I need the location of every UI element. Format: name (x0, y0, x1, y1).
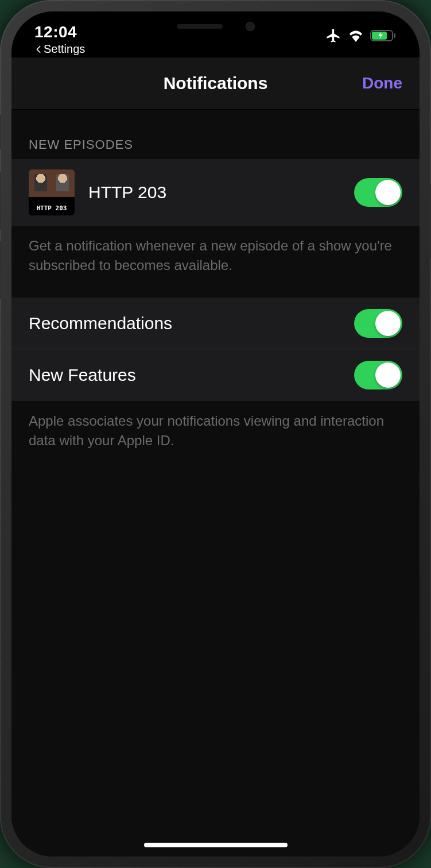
thumbnail-caption: HTTP 203 (29, 203, 75, 213)
toggle-new-features[interactable] (354, 361, 402, 389)
show-row-http203: HTTP 203 HTTP 203 (11, 159, 420, 226)
back-label: Settings (44, 43, 85, 56)
battery-charging-icon (370, 29, 397, 42)
notch (127, 11, 305, 41)
label-new-features: New Features (29, 365, 354, 385)
screen: 12:04 Settings (11, 11, 420, 857)
section-footer-general: Apple associates your notifications view… (11, 401, 420, 473)
status-time: 12:04 (34, 23, 85, 41)
show-title: HTTP 203 (88, 183, 354, 202)
nav-bar: Notifications Done (11, 57, 420, 110)
page-title: Notifications (164, 74, 268, 93)
back-to-settings[interactable]: Settings (34, 43, 85, 56)
settings-scroll[interactable]: NEW EPISODES HTTP 203 HTTP 203 Get a not… (11, 110, 420, 857)
airplane-mode-icon (325, 28, 341, 44)
svg-rect-1 (394, 33, 395, 38)
toggle-recommendations[interactable] (354, 309, 402, 338)
chevron-left-icon (34, 45, 42, 53)
done-button[interactable]: Done (362, 74, 402, 92)
label-recommendations: Recommendations (29, 314, 354, 333)
toggle-http203[interactable] (354, 178, 402, 207)
phone-frame: 12:04 Settings (0, 0, 431, 868)
show-thumbnail: HTTP 203 (29, 169, 75, 215)
row-new-features: New Features (11, 349, 420, 401)
section-footer-new-episodes: Get a notification whenever a new episod… (11, 226, 420, 298)
section-header-new-episodes: NEW EPISODES (11, 110, 420, 159)
row-recommendations: Recommendations (11, 298, 420, 349)
wifi-icon (347, 29, 364, 42)
home-indicator[interactable] (144, 843, 288, 847)
